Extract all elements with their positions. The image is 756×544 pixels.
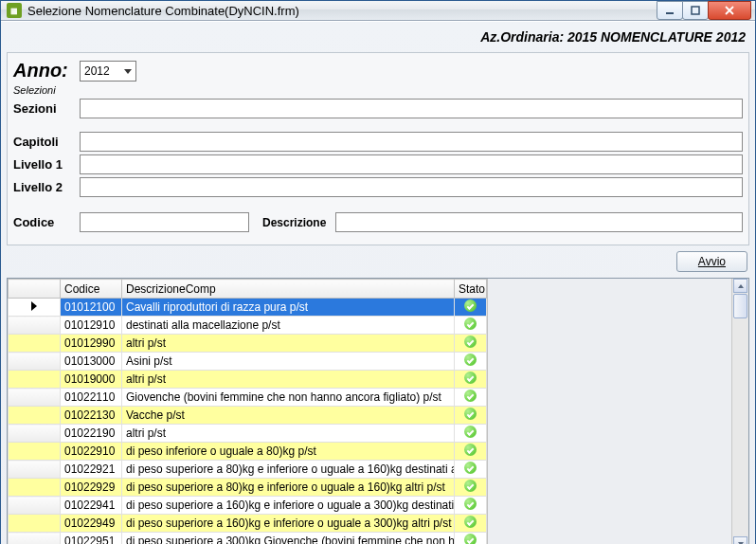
col-descrizione[interactable]: DescrizioneComp <box>122 280 455 299</box>
status-ok-icon <box>464 534 477 544</box>
table-row[interactable]: 01022910di peso inferiore o uguale a 80)… <box>9 443 487 461</box>
table-row[interactable]: 01019000altri p/st <box>9 371 487 389</box>
table-row[interactable]: 01012910destinati alla macellazione p/st <box>9 317 487 335</box>
status-ok-icon <box>464 408 477 420</box>
anno-combo[interactable]: 2012 <box>80 61 136 82</box>
status-ok-icon <box>464 317 477 330</box>
sezioni-input[interactable] <box>80 99 743 118</box>
sezioni-label: Sezioni <box>13 101 80 116</box>
table-row[interactable]: 01022921di peso superiore a 80)kg e infe… <box>9 461 487 479</box>
minimize-button[interactable] <box>657 1 683 20</box>
close-button[interactable] <box>708 1 751 20</box>
scroll-up-button[interactable] <box>733 279 747 293</box>
col-codice[interactable]: Codice <box>61 280 122 299</box>
table-row[interactable]: 01012100Cavalli riproduttori di razza pu… <box>9 299 487 317</box>
livello2-label: Livello 2 <box>13 180 80 194</box>
results-grid: Codice DescrizioneComp Stato 01012100Cav… <box>7 278 749 544</box>
codice-label: Codice <box>13 215 80 229</box>
titlebar[interactable]: ▦ Selezione Nomenclature Combinate(DyNCI… <box>1 1 755 21</box>
selezioni-label: Selezioni <box>13 84 56 96</box>
filter-panel: Anno: 2012 Selezioni Sezioni Capitoli Li… <box>7 52 749 245</box>
table-row[interactable]: 01022949di peso superiore a 160)kg e inf… <box>9 515 487 533</box>
grid-table[interactable]: Codice DescrizioneComp Stato 01012100Cav… <box>8 279 487 544</box>
capitoli-input[interactable] <box>80 132 743 152</box>
descrizione-input[interactable] <box>335 212 743 232</box>
current-row-arrow-icon <box>31 301 37 311</box>
status-ok-icon <box>464 372 477 384</box>
svg-rect-1 <box>692 7 699 14</box>
scroll-down-button[interactable] <box>733 536 747 544</box>
codice-input[interactable] <box>80 212 249 232</box>
table-row[interactable]: 01022110Giovenche (bovini femmine che no… <box>9 389 487 407</box>
descrizione-label: Descrizione <box>262 216 326 229</box>
company-year-label: Az.Ordinaria: 2015 NOMENCLATURE 2012 <box>7 27 749 52</box>
grid-empty-area <box>488 279 748 544</box>
status-ok-icon <box>464 480 477 492</box>
table-row[interactable]: 01022190altri p/st <box>9 425 487 443</box>
livello2-input[interactable] <box>80 177 743 197</box>
status-ok-icon <box>464 462 477 474</box>
svg-rect-0 <box>666 12 674 14</box>
status-ok-icon <box>464 354 477 366</box>
status-ok-icon <box>464 390 477 402</box>
app-icon: ▦ <box>7 3 22 18</box>
client-area: Az.Ordinaria: 2015 NOMENCLATURE 2012 Ann… <box>1 21 755 544</box>
status-ok-icon <box>464 335 477 348</box>
table-row[interactable]: 01013000Asini p/st <box>9 353 487 371</box>
grid-header[interactable]: Codice DescrizioneComp Stato <box>9 280 487 299</box>
table-row[interactable]: 01022929di peso superiore a 80)kg e infe… <box>9 479 487 497</box>
status-ok-icon <box>464 498 477 510</box>
capitoli-label: Capitoli <box>13 135 80 149</box>
col-stato[interactable]: Stato <box>455 280 487 299</box>
main-window: ▦ Selezione Nomenclature Combinate(DyNCI… <box>0 0 756 544</box>
avvio-button[interactable]: Avvio <box>676 251 747 272</box>
table-row[interactable]: 01022130Vacche p/st <box>9 407 487 425</box>
table-row[interactable]: 01012990altri p/st <box>9 335 487 353</box>
scroll-thumb[interactable] <box>733 294 747 318</box>
table-row[interactable]: 01022951di peso superiore a 300)kg Giove… <box>9 533 487 545</box>
table-row[interactable]: 01022941di peso superiore a 160)kg e inf… <box>9 497 487 515</box>
status-ok-icon <box>464 426 477 438</box>
maximize-button[interactable] <box>682 1 709 20</box>
status-ok-icon <box>464 444 477 456</box>
anno-label: Anno: <box>13 60 80 82</box>
livello1-input[interactable] <box>80 154 743 174</box>
livello1-label: Livello 1 <box>13 157 80 172</box>
window-title: Selezione Nomenclature Combinate(DyNCIN.… <box>27 4 657 18</box>
status-ok-icon <box>464 299 477 312</box>
status-ok-icon <box>464 516 477 528</box>
